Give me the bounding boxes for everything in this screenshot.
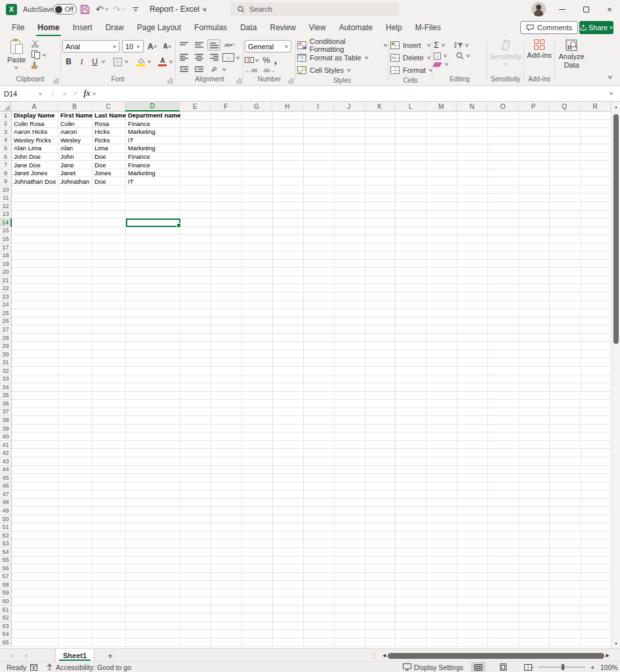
cell-R20[interactable] bbox=[581, 268, 611, 276]
cell-M53[interactable] bbox=[426, 539, 457, 548]
cell-O30[interactable] bbox=[488, 350, 519, 359]
cell-F5[interactable] bbox=[211, 144, 242, 153]
cell-B12[interactable] bbox=[58, 202, 93, 211]
cell-E9[interactable] bbox=[180, 177, 211, 186]
cell-L50[interactable] bbox=[396, 515, 426, 524]
cell-G51[interactable] bbox=[242, 523, 273, 532]
row-header-4[interactable]: 4 bbox=[0, 136, 12, 145]
cell-M45[interactable] bbox=[426, 474, 457, 482]
cell-G49[interactable] bbox=[242, 507, 273, 515]
cell-G28[interactable] bbox=[242, 334, 273, 343]
cell-J49[interactable] bbox=[335, 507, 365, 515]
cell-M57[interactable] bbox=[426, 573, 457, 581]
cell-L63[interactable] bbox=[396, 622, 426, 631]
cell-F56[interactable] bbox=[211, 564, 242, 573]
cell-H37[interactable] bbox=[273, 408, 304, 417]
cell-I39[interactable] bbox=[304, 425, 335, 433]
cell-E24[interactable] bbox=[180, 301, 211, 310]
cell-O17[interactable] bbox=[488, 243, 519, 252]
merge-chevron-icon[interactable]: ∨ bbox=[236, 55, 241, 60]
cell-R24[interactable] bbox=[581, 301, 611, 310]
cell-E32[interactable] bbox=[180, 367, 211, 375]
cell-N46[interactable] bbox=[457, 482, 488, 491]
cell-Q41[interactable] bbox=[550, 441, 581, 450]
merge-center-button[interactable]: ↔ bbox=[222, 53, 234, 62]
select-all-corner[interactable] bbox=[0, 102, 11, 112]
cell-I53[interactable] bbox=[304, 539, 335, 548]
comma-style-button[interactable]: , bbox=[274, 58, 277, 63]
cell-B61[interactable] bbox=[58, 606, 93, 614]
cell-I12[interactable] bbox=[304, 202, 335, 211]
cell-K15[interactable] bbox=[365, 227, 396, 236]
cell-L39[interactable] bbox=[396, 425, 426, 433]
cell-F7[interactable] bbox=[211, 161, 242, 169]
decrease-font-size-button[interactable]: A∨ bbox=[161, 43, 173, 50]
cell-I7[interactable] bbox=[304, 161, 335, 169]
cell-I13[interactable] bbox=[304, 211, 335, 219]
tab-draw[interactable]: Draw bbox=[99, 18, 131, 36]
cell-C4[interactable]: Ricks bbox=[93, 136, 126, 145]
cell-C21[interactable] bbox=[93, 276, 126, 285]
cell-H62[interactable] bbox=[273, 614, 304, 622]
cell-M38[interactable] bbox=[426, 416, 457, 425]
cell-A35[interactable] bbox=[12, 392, 58, 400]
cell-G61[interactable] bbox=[242, 606, 273, 614]
cell-G3[interactable] bbox=[242, 128, 273, 136]
cell-A44[interactable] bbox=[12, 466, 58, 474]
cell-Q37[interactable] bbox=[550, 408, 581, 417]
cell-G42[interactable] bbox=[242, 449, 273, 457]
cell-C54[interactable] bbox=[93, 548, 126, 556]
cell-C1[interactable]: Last Name bbox=[93, 112, 126, 120]
cell-G22[interactable] bbox=[242, 284, 273, 293]
cell-F4[interactable] bbox=[211, 136, 242, 145]
cell-D30[interactable] bbox=[126, 350, 180, 359]
cell-H29[interactable] bbox=[273, 342, 304, 350]
cell-K18[interactable] bbox=[365, 251, 396, 260]
cell-B9[interactable]: Johnathan bbox=[58, 177, 93, 186]
cell-M34[interactable] bbox=[426, 383, 457, 392]
cell-P27[interactable] bbox=[519, 326, 550, 334]
cell-K1[interactable] bbox=[365, 112, 396, 120]
cell-L8[interactable] bbox=[396, 169, 426, 178]
delete-cells-button[interactable]: ×Delete ∨ bbox=[390, 51, 430, 64]
cell-A61[interactable] bbox=[12, 606, 58, 614]
row-header-30[interactable]: 30 bbox=[0, 350, 12, 359]
cell-J62[interactable] bbox=[335, 614, 365, 622]
cell-H27[interactable] bbox=[273, 326, 304, 334]
row-header-17[interactable]: 17 bbox=[0, 243, 12, 252]
cell-B53[interactable] bbox=[58, 539, 93, 548]
cell-H12[interactable] bbox=[273, 202, 304, 211]
clipboard-dialog-launcher[interactable] bbox=[53, 78, 58, 83]
cell-F9[interactable] bbox=[211, 177, 242, 186]
cell-M52[interactable] bbox=[426, 532, 457, 540]
cell-J1[interactable] bbox=[335, 112, 365, 120]
cell-H9[interactable] bbox=[273, 177, 304, 186]
format-cells-button[interactable]: Format ∨ bbox=[390, 64, 430, 76]
cell-I17[interactable] bbox=[304, 243, 335, 252]
cell-F28[interactable] bbox=[211, 334, 242, 343]
cell-F29[interactable] bbox=[211, 342, 242, 350]
row-header-63[interactable]: 63 bbox=[0, 622, 12, 631]
cell-O43[interactable] bbox=[488, 457, 519, 466]
cell-Q14[interactable] bbox=[550, 219, 581, 227]
cell-N55[interactable] bbox=[457, 556, 488, 565]
cell-E5[interactable] bbox=[180, 144, 211, 153]
cell-J28[interactable] bbox=[335, 334, 365, 343]
cell-L5[interactable] bbox=[396, 144, 426, 153]
cell-O27[interactable] bbox=[488, 326, 519, 334]
cell-C10[interactable] bbox=[93, 186, 126, 194]
cell-R16[interactable] bbox=[581, 235, 611, 243]
cell-J31[interactable] bbox=[335, 358, 365, 367]
cell-O56[interactable] bbox=[488, 564, 519, 573]
cell-C33[interactable] bbox=[93, 375, 126, 384]
cell-H41[interactable] bbox=[273, 441, 304, 450]
cell-N58[interactable] bbox=[457, 581, 488, 589]
cell-H56[interactable] bbox=[273, 564, 304, 573]
cell-K12[interactable] bbox=[365, 202, 396, 211]
column-header-F[interactable]: F bbox=[211, 102, 241, 112]
cell-P1[interactable] bbox=[519, 112, 550, 120]
cell-N1[interactable] bbox=[457, 112, 488, 120]
cell-F49[interactable] bbox=[211, 507, 242, 515]
cell-O37[interactable] bbox=[488, 408, 519, 417]
cell-Q9[interactable] bbox=[550, 177, 581, 186]
